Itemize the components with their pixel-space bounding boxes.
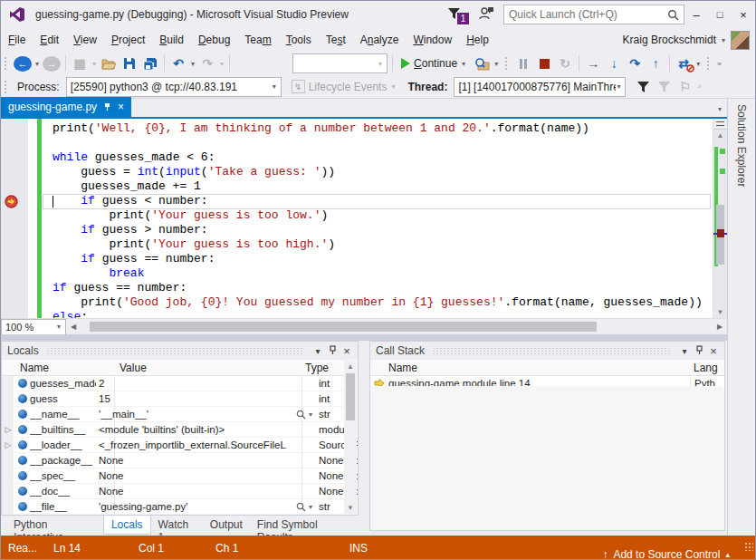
locals-col-type[interactable]: Type	[305, 362, 329, 374]
pause-button[interactable]	[514, 53, 532, 73]
code-line[interactable]: guess = int(input('Take a guess: '))	[53, 165, 727, 179]
toolbar-grip[interactable]	[504, 56, 509, 71]
callstack-close-icon[interactable]: ×	[706, 344, 721, 358]
account-caret-icon[interactable]: ▾	[721, 36, 726, 44]
feedback-button[interactable]	[479, 6, 494, 23]
close-button[interactable]: ×	[732, 8, 755, 22]
breakpoint-current-statement-icon[interactable]	[5, 195, 18, 208]
open-file-button[interactable]	[100, 53, 118, 73]
tab-guessing-game[interactable]: guessing-game.py ×	[1, 97, 131, 117]
code-line[interactable]: print('Your guess is too high.')	[53, 237, 727, 252]
code-line[interactable]	[53, 136, 727, 150]
locals-close-icon[interactable]: ×	[340, 344, 354, 358]
toolbar-grip[interactable]	[4, 80, 8, 94]
zoom-combo[interactable]: 100 % ▾	[1, 319, 66, 335]
breakpoints-caret-icon[interactable]: ▾	[695, 60, 701, 68]
locals-window-menu-icon[interactable]: ▾	[311, 346, 325, 356]
process-combo[interactable]: [25590] python3 @ tcp://40.83.191 ▾	[66, 77, 282, 97]
code-area[interactable]: print('Well, {0}, I am thinking of a num…	[1, 121, 727, 318]
save-button[interactable]	[120, 53, 139, 73]
locals-row[interactable]: ▷__builtins__<module 'builtins' (built-i…	[2, 422, 358, 438]
menu-help[interactable]: Help	[459, 30, 496, 50]
menu-analyze[interactable]: Analyze	[353, 30, 407, 50]
tab-close-icon[interactable]: ×	[118, 101, 124, 113]
locals-row[interactable]: ▷__loader__<_frozen_importlib_external.S…	[2, 438, 358, 453]
thread-filter-button[interactable]	[634, 77, 652, 97]
hscroll-right-icon[interactable]: ▶	[713, 323, 727, 331]
locals-row[interactable]: __name__'__main__'▾str	[2, 407, 358, 422]
menu-edit[interactable]: Edit	[33, 30, 66, 50]
code-line[interactable]: if guess < number:	[53, 194, 727, 208]
locals-scroll-thumb[interactable]	[346, 373, 355, 420]
solution-explorer-tab[interactable]: Solution Explorer	[735, 104, 748, 187]
flag-threads-button[interactable]: ⚐	[675, 77, 694, 97]
locals-row[interactable]: __package__NoneNoneTyp	[2, 453, 358, 468]
redo-button[interactable]: ↷	[198, 53, 216, 73]
visualizer-caret-icon[interactable]: ▾	[308, 410, 313, 419]
document-list-caret-icon[interactable]: ▾	[718, 105, 722, 113]
locals-title-bar[interactable]: Locals ▾ ×	[2, 342, 358, 360]
code-line[interactable]: break	[53, 266, 727, 281]
code-line[interactable]: print('Well, {0}, I am thinking of a num…	[53, 121, 727, 136]
code-editor[interactable]: print('Well, {0}, I am thinking of a num…	[1, 119, 727, 318]
step-over-button[interactable]: ↷	[626, 53, 644, 73]
text-visualizer-button[interactable]: ▾	[294, 502, 313, 512]
menu-view[interactable]: View	[66, 30, 104, 50]
undo-button[interactable]: ↶	[169, 53, 187, 73]
text-visualizer-button[interactable]: ▾	[294, 410, 313, 420]
scrollbar-track[interactable]	[713, 141, 727, 294]
hscroll-thumb[interactable]	[90, 322, 597, 332]
minimize-button[interactable]: –	[684, 8, 708, 22]
callstack-col-name[interactable]: Name	[388, 362, 417, 374]
callstack-col-lang[interactable]: Lang	[694, 362, 718, 374]
expander-icon[interactable]: ▷	[2, 440, 14, 449]
editor-vertical-scrollbar[interactable]: ▲ ▼	[713, 119, 727, 318]
locals-scrollbar[interactable]: ▲ ▼	[344, 361, 357, 514]
menu-file[interactable]: File	[1, 30, 33, 50]
code-line[interactable]: print('Good job, {0}! You guessed my num…	[53, 295, 727, 310]
scroll-down-icon[interactable]: ▼	[713, 306, 727, 318]
pin-icon[interactable]	[103, 102, 111, 111]
locals-pin-icon[interactable]	[325, 345, 340, 357]
stop-button[interactable]	[535, 53, 553, 73]
hscroll-left-icon[interactable]: ◀	[66, 323, 81, 331]
locals-col-value[interactable]: Value	[120, 362, 147, 374]
visualizer-caret-icon[interactable]: ▾	[308, 503, 313, 511]
configuration-combo[interactable]: ▾	[292, 53, 388, 73]
restart-button[interactable]: ↻	[556, 53, 574, 73]
menu-build[interactable]: Build	[152, 30, 191, 50]
code-line[interactable]: if guess > number:	[53, 223, 727, 237]
toolbar-overflow-icon[interactable]: »	[716, 60, 722, 68]
locals-row[interactable]: __doc__NoneNoneTyp	[2, 484, 358, 499]
account-name[interactable]: Kraig Brockschmidt	[623, 34, 716, 46]
add-to-source-control-button[interactable]: ↑ Add to Source Control ▴	[602, 542, 730, 560]
maximize-button[interactable]: □	[708, 9, 732, 20]
thread-combo[interactable]: [1] [140017000875776] MainThread ▾	[454, 77, 626, 97]
notifications-button[interactable]: 1	[447, 7, 461, 23]
callstack-window-menu-icon[interactable]: ▾	[677, 346, 692, 356]
quick-launch-box[interactable]	[503, 5, 684, 24]
show-next-statement-button[interactable]: →	[584, 53, 602, 73]
quick-launch-input[interactable]	[509, 8, 667, 21]
menu-team[interactable]: Team	[237, 30, 278, 50]
navigate-back-button[interactable]: ←	[14, 56, 32, 72]
notification-badge[interactable]: 1	[457, 13, 469, 24]
editor-splitter-handle[interactable]	[713, 119, 727, 130]
debug-target-caret-icon[interactable]: ▾	[493, 60, 499, 68]
code-line[interactable]: else:	[53, 310, 727, 318]
toolbar-grip[interactable]	[4, 56, 8, 71]
code-line[interactable]: if guess == number:	[53, 252, 727, 266]
locals-col-name[interactable]: Name	[20, 362, 49, 374]
editor-horizontal-scrollbar[interactable]	[81, 319, 713, 334]
locals-row[interactable]: __spec__NoneNoneTyp	[2, 468, 358, 484]
navigate-forward-button[interactable]: →	[43, 56, 61, 72]
locals-row[interactable]: guess15int	[2, 391, 358, 407]
navigate-back-caret-icon[interactable]: ▾	[34, 60, 40, 68]
step-out-button[interactable]: ↑	[646, 53, 665, 73]
step-into-button[interactable]: ↓	[605, 53, 623, 73]
callstack-pin-icon[interactable]	[692, 345, 706, 357]
locals-scroll-down-icon[interactable]: ▼	[344, 504, 357, 512]
code-line[interactable]: guesses_made += 1	[53, 179, 727, 194]
menu-debug[interactable]: Debug	[191, 30, 237, 50]
menu-tools[interactable]: Tools	[279, 30, 319, 50]
